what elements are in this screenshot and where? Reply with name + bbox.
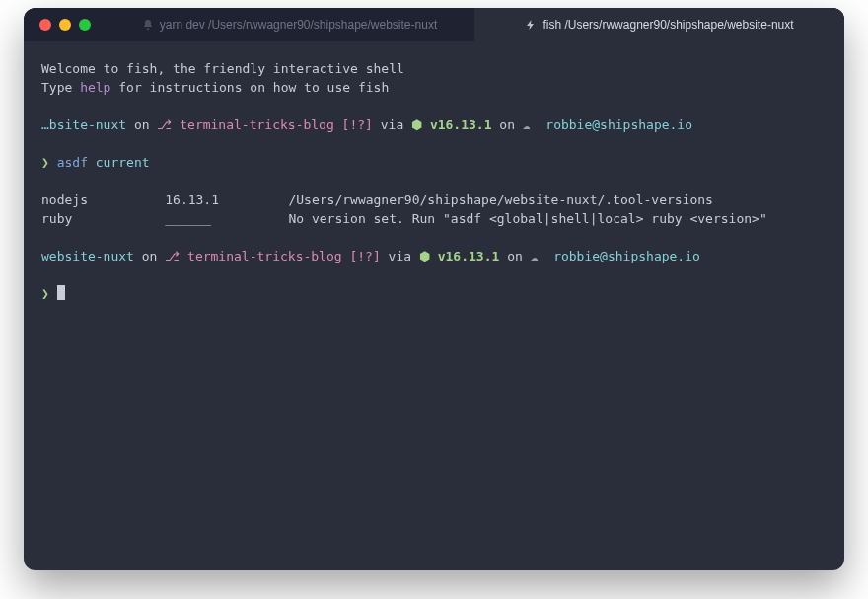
- lightning-icon: [525, 19, 537, 31]
- empty-prompt-line: ❯: [41, 284, 827, 303]
- prompt-line-1: …bsite-nuxt on ⎇ terminal-tricks-blog [!…: [41, 115, 827, 134]
- welcome-line-1: Welcome to fish, the friendly interactiv…: [41, 61, 404, 76]
- terminal-window: yarn dev /Users/rwwagner90/shipshape/web…: [24, 8, 844, 570]
- prompt-dir: …bsite-nuxt: [41, 117, 126, 132]
- output-row-ruby: ruby ______ No version set. Run "asdf <g…: [41, 211, 767, 226]
- tab-fish[interactable]: fish /Users/rwwagner90/shipshape/website…: [474, 8, 844, 41]
- prompt-git-status: [!?]: [334, 117, 373, 132]
- tab-label: yarn dev /Users/rwwagner90/shipshape/web…: [160, 18, 437, 32]
- prompt-user: robbie@shipshape.io: [545, 117, 692, 132]
- prompt-user: robbie@shipshape.io: [553, 249, 700, 263]
- command-arg: current: [96, 155, 150, 170]
- titlebar: yarn dev /Users/rwwagner90/shipshape/web…: [24, 8, 844, 41]
- tab-label: fish /Users/rwwagner90/shipshape/website…: [542, 18, 793, 32]
- window-controls: [24, 8, 105, 41]
- command-line: ❯ asdf current: [41, 153, 827, 172]
- zoom-icon[interactable]: [79, 19, 91, 31]
- welcome-line-2: Type help for instructions on how to use…: [41, 80, 389, 95]
- prompt-git-status: [!?]: [342, 249, 381, 263]
- git-branch-icon: ⎇: [157, 117, 180, 132]
- cloud-icon: ☁: [531, 249, 553, 263]
- minimize-icon[interactable]: [59, 19, 71, 31]
- help-keyword: help: [80, 80, 110, 95]
- hexagon-icon: ⬢: [411, 117, 430, 132]
- output-row-nodejs: nodejs 16.13.1 /Users/rwwagner90/shipsha…: [41, 192, 713, 207]
- prompt-dir: website-nuxt: [41, 249, 134, 263]
- tab-strip: yarn dev /Users/rwwagner90/shipshape/web…: [105, 8, 844, 41]
- terminal-body[interactable]: Welcome to fish, the friendly interactiv…: [24, 41, 844, 570]
- prompt-branch: terminal-tricks-blog: [187, 249, 342, 263]
- tab-yarn-dev[interactable]: yarn dev /Users/rwwagner90/shipshape/web…: [105, 8, 474, 41]
- prompt-caret: ❯: [41, 155, 57, 170]
- git-branch-icon: ⎇: [165, 249, 187, 263]
- cursor-block: [57, 285, 65, 300]
- close-icon[interactable]: [39, 19, 51, 31]
- prompt-node-version: v16.13.1: [438, 249, 500, 263]
- bell-icon: [142, 19, 154, 31]
- hexagon-icon: ⬢: [419, 249, 438, 263]
- prompt-line-2: website-nuxt on ⎇ terminal-tricks-blog […: [41, 247, 827, 265]
- prompt-node-version: v16.13.1: [430, 117, 492, 132]
- command-name: asdf: [57, 155, 88, 170]
- cloud-icon: ☁: [523, 117, 545, 132]
- prompt-branch: terminal-tricks-blog: [180, 117, 334, 132]
- prompt-caret: ❯: [41, 286, 57, 301]
